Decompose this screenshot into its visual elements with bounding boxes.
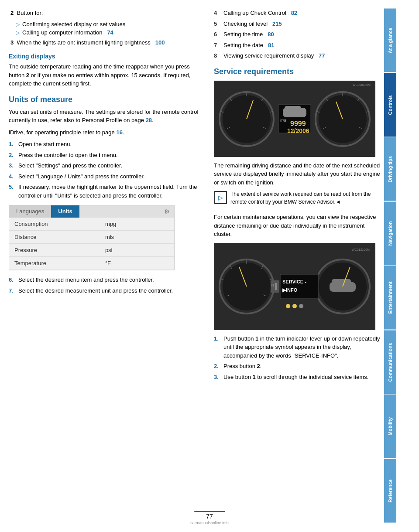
units-para2: iDrive, for operating principle refer to… [9, 128, 201, 137]
right-text-8: Viewing service requirement display 77 [223, 51, 384, 60]
svg-text:⊙: ⊙ [283, 118, 286, 123]
svg-point-52 [292, 304, 297, 308]
row4-label: Temperature [9, 257, 100, 270]
right-item-6: 6 Setting the time 80 [214, 30, 384, 39]
note-box: ▷ The extent of service work required ca… [214, 190, 384, 209]
step6-text: Select the desired menu item and press t… [18, 276, 201, 284]
sidebar-tab-at-a-glance[interactable]: At a glance [384, 9, 396, 72]
svg-rect-35 [332, 279, 351, 286]
row3-label: Pressure [9, 244, 100, 257]
step1-num: 1. [9, 140, 18, 149]
step5-num: 5. [9, 183, 18, 200]
tab-units[interactable]: Units [51, 205, 79, 218]
step-3: 3. Select "Settings" and press the contr… [9, 161, 201, 170]
item-3: 3 When the lights are on: instrument lig… [9, 38, 201, 47]
units-table-container: Languages Units ⚙ Consumption mpg Distan… [9, 205, 175, 270]
tab-languages[interactable]: Languages [9, 205, 51, 218]
svg-text:9999: 9999 [290, 120, 306, 127]
right-item-4: 4 Calling up Check Control 82 [214, 9, 384, 17]
brand-watermark: carmanualsonline.info [190, 521, 229, 525]
step3-text: Select "Settings" and press the controll… [18, 161, 201, 170]
settings-icon[interactable]: ⚙ [160, 205, 174, 218]
right-column: 4 Calling up Check Control 82 5 Checking… [210, 9, 384, 523]
exiting-title: Exiting displays [9, 53, 201, 60]
sidebar-tab-mobility[interactable]: Mobility [384, 395, 396, 458]
row2-value: mls [100, 231, 174, 244]
sidebar-tab-driving-tips[interactable]: Driving tips [384, 137, 396, 201]
steps-6-7: 6. Select the desired menu item and pres… [9, 276, 201, 295]
item3-text: When the lights are on: instrument light… [17, 39, 165, 46]
step1-text: Open the start menu. [18, 140, 201, 149]
service-step3-text: Use button 1 to scroll through the indiv… [223, 373, 384, 382]
svg-text:II: II [271, 283, 274, 287]
step2-text: Press the controller to open the i menu. [18, 151, 201, 160]
step5-text: If necessary, move the highlight marker … [18, 183, 201, 200]
right-num-4: 4 [214, 9, 223, 17]
right-num-8: 8 [214, 51, 223, 60]
service-steps: 1. Push button 1 in the turn indicator l… [214, 334, 384, 382]
service-step1-num: 1. [214, 334, 223, 360]
note-arrow-icon: ▷ [218, 194, 223, 201]
item2-intro: Button for: [17, 10, 43, 16]
step-5: 5. If necessary, move the highlight mark… [9, 183, 201, 200]
bullet-arrow-2: ▷ [16, 30, 20, 36]
row4-value: °F [100, 257, 174, 270]
units-title: Units of measure [9, 95, 201, 104]
cluster-image-1: mls ⊙ 9999 12/2006 [214, 81, 375, 157]
step-7: 7. Select the desired measurement unit a… [9, 286, 201, 295]
sidebar-tab-reference[interactable]: Reference [384, 459, 396, 523]
bullet-1: ▷ Confirming selected display or set val… [10, 21, 201, 27]
service-step-2: 2. Press button 2. [214, 362, 384, 371]
steps-1-5: 1. Open the start menu. 2. Press the con… [9, 140, 201, 200]
note-text: The extent of service work required can … [230, 190, 384, 206]
right-num-5: 5 [214, 20, 223, 28]
right-item-8: 8 Viewing service requirement display 77 [214, 51, 384, 60]
right-text-7: Setting the date 81 [223, 41, 384, 50]
table-row: Distance mls [9, 231, 174, 244]
sidebar-tab-controls[interactable]: Controls [384, 73, 396, 137]
right-text-6: Setting the time 80 [223, 30, 384, 39]
item3-num: 3 [10, 39, 14, 46]
sidebar-tab-navigation[interactable]: Navigation [384, 202, 396, 266]
right-text-5: Checking oil level 215 [223, 20, 384, 28]
service-step2-text: Press button 2. [223, 362, 384, 371]
step4-text: Select "Language / Units" and press the … [18, 172, 201, 181]
bullet-2: ▷ Calling up computer information 74 [10, 29, 201, 36]
sidebar-tab-communications[interactable]: Communications [384, 331, 396, 394]
cluster-image-2: II SERVICE - ▶INFO [214, 243, 375, 330]
service-step1-text: Push button 1 in the turn indicator leve… [223, 334, 384, 360]
units-table: Consumption mpg Distance mls Pressure ps… [9, 218, 174, 270]
service-req-title: Service requirements [214, 67, 384, 76]
step6-num: 6. [9, 276, 18, 284]
svg-text:WC300130M: WC300130M [353, 83, 371, 86]
step-1: 1. Open the start menu. [9, 140, 201, 149]
row1-label: Consumption [9, 218, 100, 231]
service-step2-num: 2. [214, 362, 223, 371]
sidebar: At a glance Controls Driving tips Naviga… [384, 9, 396, 523]
step7-num: 7. [9, 286, 18, 295]
step4-num: 4. [9, 172, 18, 181]
svg-text:▶INFO: ▶INFO [282, 287, 298, 293]
svg-rect-39 [280, 274, 319, 299]
cluster-svg-2: II SERVICE - ▶INFO [214, 243, 375, 330]
main-content: 2 Button for: ▷ Confirming selected disp… [0, 0, 419, 532]
step-6: 6. Select the desired menu item and pres… [9, 276, 201, 284]
item2-num: 2 [10, 10, 14, 16]
bullet-text-2: Calling up computer information 74 [22, 29, 113, 36]
cluster-svg-1: mls ⊙ 9999 12/2006 [214, 81, 375, 157]
row2-label: Distance [9, 231, 100, 244]
step7-text: Select the desired measurement unit and … [18, 286, 201, 295]
row1-value: mpg [100, 218, 174, 231]
step-4: 4. Select "Language / Units" and press t… [9, 172, 201, 181]
bullet-text-1: Confirming selected display or set value… [22, 21, 125, 27]
service-step-1: 1. Push button 1 in the turn indicator l… [214, 334, 384, 360]
service-step3-num: 3. [214, 373, 223, 382]
svg-rect-7 [285, 106, 301, 113]
svg-point-53 [299, 304, 303, 308]
svg-text:12/2006: 12/2006 [287, 127, 309, 134]
step2-num: 2. [9, 151, 18, 160]
left-column: 2 Button for: ▷ Confirming selected disp… [9, 9, 210, 523]
sidebar-tab-entertainment[interactable]: Entertainment [384, 266, 396, 330]
note-arrow-box: ▷ [214, 191, 227, 204]
units-para1: You can set units of measure. The settin… [9, 108, 201, 125]
